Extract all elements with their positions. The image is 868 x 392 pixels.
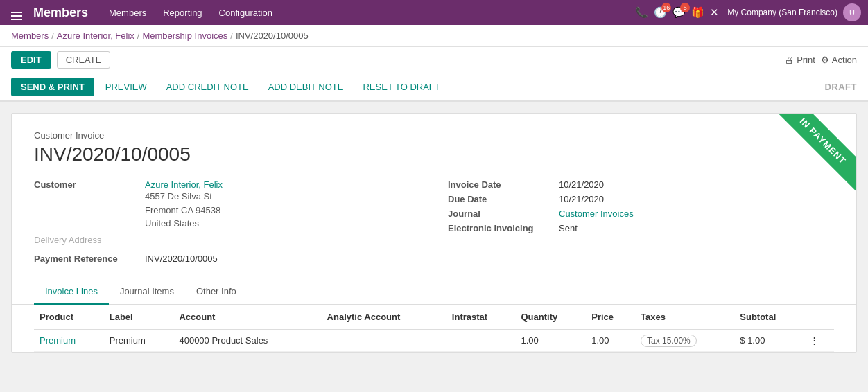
electronic-invoicing-label: Electronic invoicing	[448, 223, 559, 233]
col-subtotal: Subtotal	[734, 305, 804, 330]
breadcrumb: Members / Azure Interior, Felix / Member…	[0, 25, 868, 47]
row-account: 400000 Product Sales	[173, 329, 321, 351]
breadcrumb-customer[interactable]: Azure Interior, Felix	[57, 30, 134, 41]
payment-reference-row: Payment Reference INV/2020/10/0005	[34, 253, 420, 264]
row-taxes: Tax 15.00%	[635, 329, 734, 351]
col-account: Account	[173, 305, 321, 330]
electronic-invoicing-row: Electronic invoicing Sent	[448, 223, 834, 233]
invoice-left-col: Customer Azure Interior, Felix 4557 De S…	[34, 179, 420, 268]
app-logo: Members	[33, 6, 88, 20]
action-bar: EDIT CREATE 🖨 Print ⚙ Action	[0, 47, 868, 73]
row-label: Premium	[104, 329, 174, 351]
payment-reference-label: Payment Reference	[34, 253, 145, 264]
edit-button[interactable]: EDIT	[11, 51, 51, 69]
payment-reference-value: INV/2020/10/0005	[145, 253, 218, 264]
breadcrumb-members[interactable]: Members	[11, 30, 49, 41]
journal-value-link[interactable]: Customer Invoices	[559, 208, 634, 219]
due-date-value: 10/21/2020	[559, 194, 604, 204]
main-content: IN PAYMENT Customer Invoice INV/2020/10/…	[0, 102, 868, 364]
invoice-date-row: Invoice Date 10/21/2020	[448, 179, 834, 190]
col-price: Price	[586, 305, 635, 330]
row-subtotal: $ 1.00	[734, 329, 804, 351]
nav-links: Members Reporting Configuration	[102, 5, 628, 21]
add-credit-note-button[interactable]: ADD CREDIT NOTE	[158, 78, 257, 96]
tabs-bar: Invoice Lines Journal Items Other Info	[12, 279, 856, 305]
nav-reporting[interactable]: Reporting	[156, 5, 209, 21]
col-intrastat: Intrastat	[446, 305, 516, 330]
row-context-menu[interactable]: ⋮	[804, 329, 834, 351]
row-analytic-account	[322, 329, 446, 351]
chat-badge: 5	[680, 3, 690, 12]
invoice-right-col: Invoice Date 10/21/2020 Due Date 10/21/2…	[448, 179, 834, 268]
invoice-lines-table: Product Label Account Analytic Account I…	[34, 305, 834, 352]
invoice-card: IN PAYMENT Customer Invoice INV/2020/10/…	[11, 113, 857, 353]
chat-icon[interactable]: 💬 5	[672, 6, 686, 19]
customer-label: Customer	[34, 179, 145, 190]
printer-icon: 🖨	[785, 55, 794, 65]
invoice-fields: Customer Azure Interior, Felix 4557 De S…	[34, 179, 834, 268]
clock-badge: 16	[661, 3, 671, 12]
clock-icon[interactable]: 🕐 16	[654, 6, 667, 19]
top-navigation: Members Members Reporting Configuration …	[0, 0, 868, 25]
create-button[interactable]: CREATE	[57, 51, 111, 69]
customer-address-1: 4557 De Silva St	[145, 190, 223, 204]
breadcrumb-current: INV/2020/10/0005	[236, 30, 309, 41]
journal-row: Journal Customer Invoices	[448, 208, 834, 219]
invoice-number: INV/2020/10/0005	[34, 143, 834, 166]
journal-label: Journal	[448, 208, 559, 219]
tab-journal-items[interactable]: Journal Items	[109, 279, 185, 305]
company-name: My Company (San Francisco)	[727, 8, 837, 17]
grid-menu-icon[interactable]	[7, 3, 26, 22]
user-avatar[interactable]: U	[843, 3, 861, 21]
electronic-invoicing-value: Sent	[559, 223, 578, 233]
tab-invoice-lines[interactable]: Invoice Lines	[34, 279, 109, 305]
row-intrastat	[446, 329, 516, 351]
breadcrumb-membership-invoices[interactable]: Membership Invoices	[142, 30, 227, 41]
due-date-label: Due Date	[448, 194, 559, 204]
nav-configuration[interactable]: Configuration	[212, 5, 279, 21]
col-product: Product	[34, 305, 104, 330]
col-taxes: Taxes	[635, 305, 734, 330]
row-price: 1.00	[586, 329, 635, 351]
reset-to-draft-button[interactable]: RESET TO DRAFT	[354, 78, 448, 96]
draft-status: DRAFT	[824, 82, 857, 92]
gift-icon[interactable]: 🎁	[691, 6, 704, 19]
invoice-date-value: 10/21/2020	[559, 179, 604, 190]
invoice-date-label: Invoice Date	[448, 179, 559, 190]
table-row[interactable]: Premium Premium 400000 Product Sales 1.0…	[34, 329, 834, 351]
due-date-row: Due Date 10/21/2020	[448, 194, 834, 204]
col-quantity: Quantity	[515, 305, 586, 330]
invoice-type: Customer Invoice	[34, 130, 834, 141]
customer-field-row: Customer Azure Interior, Felix 4557 De S…	[34, 179, 420, 231]
topnav-right: 📞 🕐 16 💬 5 🎁 ✕ My Company (San Francisco…	[635, 3, 861, 21]
customer-address-3: United States	[145, 217, 223, 231]
delivery-address-label: Delivery Address	[34, 235, 420, 245]
preview-button[interactable]: PREVIEW	[97, 78, 155, 96]
print-button[interactable]: 🖨 Print	[785, 55, 815, 65]
row-quantity: 1.00	[515, 329, 586, 351]
customer-name-link[interactable]: Azure Interior, Felix	[145, 179, 223, 190]
customer-address-2: Fremont CA 94538	[145, 204, 223, 217]
nav-members[interactable]: Members	[102, 5, 153, 21]
phone-icon[interactable]: 📞	[635, 6, 648, 19]
add-debit-note-button[interactable]: ADD DEBIT NOTE	[260, 78, 352, 96]
tab-other-info[interactable]: Other Info	[185, 279, 248, 305]
status-bar: SEND & PRINT PREVIEW ADD CREDIT NOTE ADD…	[0, 73, 868, 102]
action-button[interactable]: ⚙ Action	[821, 55, 857, 65]
gear-icon: ⚙	[821, 55, 829, 65]
send-print-button[interactable]: SEND & PRINT	[11, 78, 94, 96]
row-product[interactable]: Premium	[34, 329, 104, 351]
col-analytic-account: Analytic Account	[322, 305, 446, 330]
col-label: Label	[104, 305, 174, 330]
close-icon[interactable]: ✕	[710, 6, 719, 19]
col-menu	[804, 305, 834, 330]
